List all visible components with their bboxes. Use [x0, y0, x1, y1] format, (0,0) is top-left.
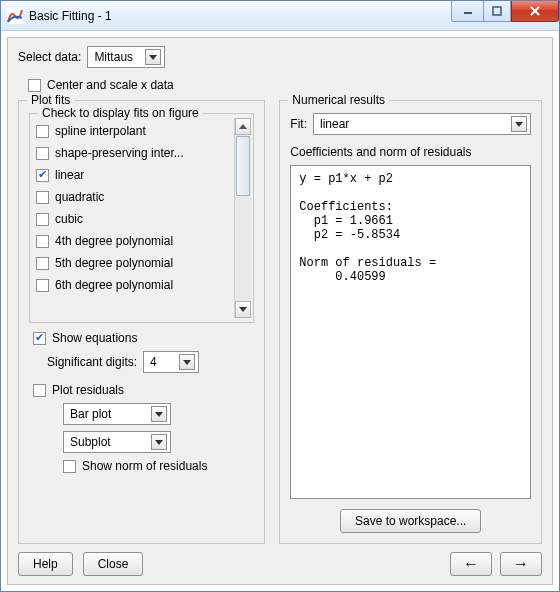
scroll-down-button[interactable]: [235, 301, 251, 318]
center-scale-checkbox[interactable]: [28, 79, 41, 92]
numerical-results-column: Numerical results Fit: linear Coefficien…: [279, 100, 542, 544]
close-button[interactable]: [511, 1, 559, 22]
window-title: Basic Fitting - 1: [29, 9, 112, 23]
numerical-results-group: Numerical results Fit: linear Coefficien…: [279, 100, 542, 544]
results-text: y = p1*x + p2 Coefficients: p1 = 1.9661 …: [290, 165, 531, 499]
fits-list-legend: Check to display fits on figure: [38, 106, 203, 120]
fit-select-value: linear: [320, 117, 349, 131]
plot-fits-group: Plot fits Check to display fits on figur…: [18, 100, 265, 544]
fit-select-row: Fit: linear: [290, 113, 531, 135]
resid-location-dropdown[interactable]: Subplot: [63, 431, 171, 453]
bottom-bar: Help Close ← →: [18, 552, 542, 576]
arrow-left-icon: ←: [463, 556, 479, 572]
select-data-label: Select data:: [18, 50, 81, 64]
plot-residuals-checkbox[interactable]: [33, 384, 46, 397]
maximize-button[interactable]: [483, 1, 511, 22]
show-equations-label: Show equations: [52, 331, 137, 345]
scroll-thumb[interactable]: [236, 136, 250, 196]
resid-style-row: Bar plot: [63, 403, 254, 425]
app-icon: [7, 8, 23, 24]
select-data-value: Mittaus: [94, 50, 133, 64]
svg-rect-1: [464, 12, 472, 14]
columns: Plot fits Check to display fits on figur…: [18, 100, 542, 544]
bottom-right: ← →: [450, 552, 542, 576]
list-item[interactable]: 4th degree polynomial: [36, 230, 234, 252]
list-item[interactable]: shape-preserving inter...: [36, 142, 234, 164]
title-bar: Basic Fitting - 1: [1, 1, 559, 31]
arrow-right-icon: →: [513, 556, 529, 572]
list-item[interactable]: linear: [36, 164, 234, 186]
fits-scrollbar[interactable]: [234, 118, 251, 318]
fit-label: shape-preserving inter...: [55, 146, 184, 160]
list-item[interactable]: cubic: [36, 208, 234, 230]
coeff-label: Coefficients and norm of residuals: [290, 145, 531, 159]
fit-label: 6th degree polynomial: [55, 278, 173, 292]
chevron-up-icon: [239, 124, 247, 129]
show-norm-row: Show norm of residuals: [63, 459, 254, 473]
list-item[interactable]: spline interpolant: [36, 120, 234, 142]
save-row: Save to workspace...: [290, 509, 531, 533]
fit-label: 4th degree polynomial: [55, 234, 173, 248]
resid-location-value: Subplot: [70, 435, 111, 449]
list-item[interactable]: 6th degree polynomial: [36, 274, 234, 296]
show-norm-checkbox[interactable]: [63, 460, 76, 473]
fit-label: linear: [55, 168, 84, 182]
fit-checkbox[interactable]: [36, 235, 49, 248]
fit-label: quadratic: [55, 190, 104, 204]
center-scale-label: Center and scale x data: [47, 78, 174, 92]
plot-residuals-row: Plot residuals: [33, 383, 254, 397]
chevron-down-icon: [179, 354, 195, 370]
fit-label: spline interpolant: [55, 124, 146, 138]
sig-digits-dropdown[interactable]: 4: [143, 351, 199, 373]
close-label: Close: [98, 557, 129, 571]
fit-checkbox[interactable]: [36, 213, 49, 226]
plot-fits-column: Plot fits Check to display fits on figur…: [18, 100, 265, 544]
fit-checkbox[interactable]: [36, 169, 49, 182]
maximize-icon: [492, 6, 502, 16]
fit-checkbox[interactable]: [36, 257, 49, 270]
sig-digits-value: 4: [150, 355, 157, 369]
resid-style-dropdown[interactable]: Bar plot: [63, 403, 171, 425]
center-scale-row: Center and scale x data: [28, 78, 542, 92]
fit-checkbox[interactable]: [36, 147, 49, 160]
bottom-left: Help Close: [18, 552, 143, 576]
close-icon: [529, 5, 541, 17]
fit-checkbox[interactable]: [36, 191, 49, 204]
fits-list-group: Check to display fits on figure spline i…: [29, 113, 254, 323]
content-panel: Select data: Mittaus Center and scale x …: [7, 37, 553, 585]
minimize-button[interactable]: [451, 1, 483, 22]
help-label: Help: [33, 557, 58, 571]
fit-select-dropdown[interactable]: linear: [313, 113, 531, 135]
numerical-results-legend: Numerical results: [288, 93, 389, 107]
window-root: Basic Fitting - 1 Select data: Mittaus: [0, 0, 560, 592]
chevron-down-icon: [151, 434, 167, 450]
scroll-up-button[interactable]: [235, 118, 251, 135]
select-data-dropdown[interactable]: Mittaus: [87, 46, 165, 68]
chevron-down-icon: [151, 406, 167, 422]
svg-rect-2: [493, 7, 501, 15]
plot-fits-legend: Plot fits: [27, 93, 74, 107]
forward-button[interactable]: →: [500, 552, 542, 576]
resid-location-row: Subplot: [63, 431, 254, 453]
save-to-workspace-label: Save to workspace...: [355, 514, 466, 528]
help-button[interactable]: Help: [18, 552, 73, 576]
show-equations-checkbox[interactable]: [33, 332, 46, 345]
back-button[interactable]: ←: [450, 552, 492, 576]
close-dialog-button[interactable]: Close: [83, 552, 144, 576]
show-equations-row: Show equations: [33, 331, 254, 345]
show-norm-label: Show norm of residuals: [82, 459, 207, 473]
list-item[interactable]: quadratic: [36, 186, 234, 208]
sig-digits-label: Significant digits:: [47, 355, 137, 369]
sig-digits-row: Significant digits: 4: [47, 351, 254, 373]
fit-label: 5th degree polynomial: [55, 256, 173, 270]
chevron-down-icon: [239, 307, 247, 312]
fit-checkbox[interactable]: [36, 279, 49, 292]
chevron-down-icon: [145, 49, 161, 65]
chevron-down-icon: [511, 116, 527, 132]
list-item[interactable]: 5th degree polynomial: [36, 252, 234, 274]
fit-select-label: Fit:: [290, 117, 307, 131]
minimize-icon: [463, 6, 473, 16]
save-to-workspace-button[interactable]: Save to workspace...: [340, 509, 481, 533]
fit-label: cubic: [55, 212, 83, 226]
fit-checkbox[interactable]: [36, 125, 49, 138]
